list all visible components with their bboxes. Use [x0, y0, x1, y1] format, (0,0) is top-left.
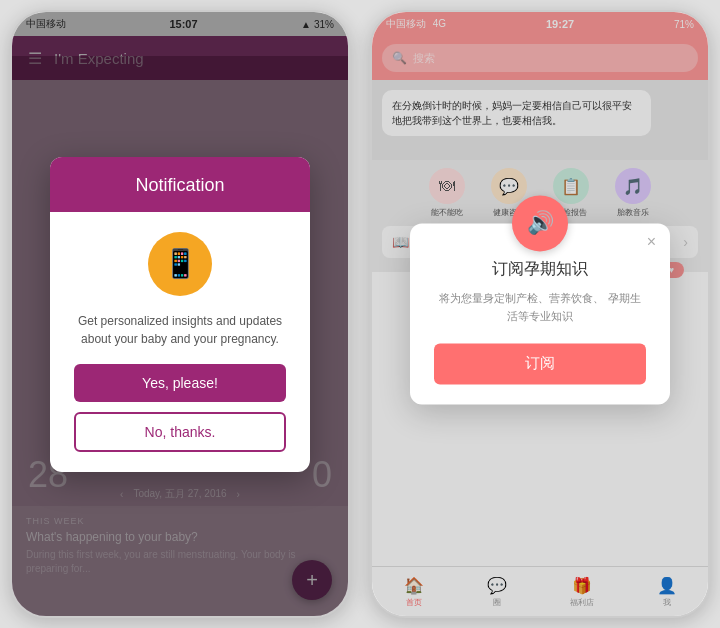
subscribe-modal: 🔊 × 订阅孕期知识 将为您量身定制产检、营养饮食、 孕期生活等专业知识 订阅: [410, 223, 670, 404]
phone-vibrate-icon: 📱: [163, 247, 198, 280]
notification-modal: Notification 📱 Get personalized insights…: [50, 157, 310, 472]
modal-right-title: 订阅孕期知识: [434, 259, 646, 280]
left-app-screen: ☰ I'm Expecting 28 0 ‹ Today, 五月 27, 201…: [12, 36, 348, 80]
close-button[interactable]: ×: [647, 233, 656, 251]
main-container: 中国移动 15:07 ▲ 31% ☰ I'm Expecting 28 0: [0, 0, 720, 628]
modal-description: Get personalized insights and updates ab…: [74, 312, 286, 348]
speaker-icon: 🔊: [512, 195, 568, 251]
no-thanks-button[interactable]: No, thanks.: [74, 412, 286, 452]
left-phone: 中国移动 15:07 ▲ 31% ☰ I'm Expecting 28 0: [10, 10, 350, 618]
modal-body: 📱 Get personalized insights and updates …: [50, 212, 310, 472]
modal-title: Notification: [50, 157, 310, 212]
notification-modal-overlay: Notification 📱 Get personalized insights…: [12, 12, 348, 616]
modal-right-description: 将为您量身定制产检、营养饮食、 孕期生活等专业知识: [434, 290, 646, 325]
right-phone: 中国移动 4G 19:27 71% 🔍 搜索 在分娩倒计时的时候，妈妈一定要相信…: [370, 10, 710, 618]
right-app-screen: 🔍 搜索 在分娩倒计时的时候，妈妈一定要相信自己可以很平安地把我带到这个世界上，…: [372, 36, 708, 272]
yes-please-button[interactable]: Yes, please!: [74, 364, 286, 402]
notification-icon-wrap: 📱: [148, 232, 212, 296]
subscribe-button[interactable]: 订阅: [434, 344, 646, 385]
